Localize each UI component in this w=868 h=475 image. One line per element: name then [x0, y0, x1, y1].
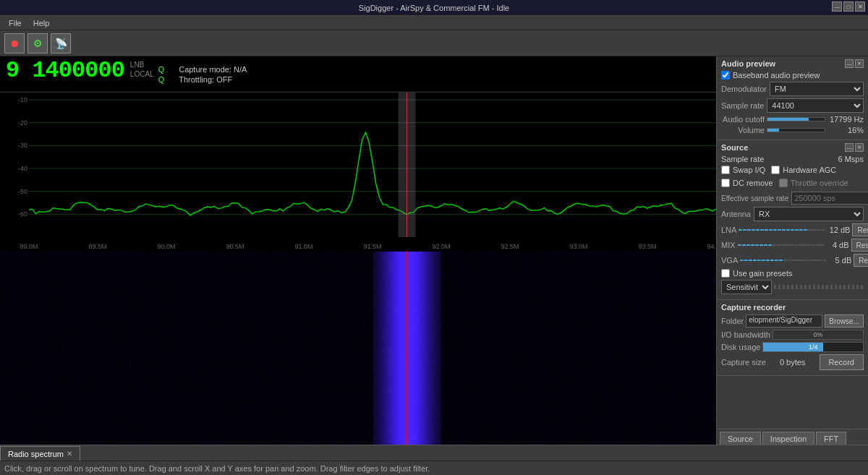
capture-recorder-section: Capture recorder Folder elopment/SigDigg… — [717, 300, 868, 376]
hardware-agc-row: Hardware AGC — [771, 166, 836, 174]
swap-iq-checkbox[interactable] — [721, 166, 730, 174]
antenna-row: Antenna RXTX — [721, 207, 864, 221]
main-content: 9 1400000 LNB LOCAL Q Q Capture mode: N/… — [0, 56, 868, 445]
source-header: Source — ✕ — [721, 143, 864, 152]
audio-preview-min[interactable]: — — [845, 59, 854, 68]
effective-sample-rate-input[interactable] — [791, 192, 868, 205]
source-section: Source — ✕ Sample rate 6 Msps Swap I/Q H… — [717, 140, 868, 300]
tab-inspection[interactable]: Inspection — [762, 432, 814, 445]
radio-spectrum-tab-close[interactable]: ✕ — [67, 450, 72, 458]
capture-recorder-header: Capture recorder — [721, 303, 864, 312]
vga-reset-button[interactable]: Reset — [854, 254, 868, 267]
capture-info: Capture mode: N/A Throttling: OFF — [179, 65, 247, 84]
demodulator-row: Demodulator FMAMUSBLSB — [721, 82, 864, 96]
lna-label: LNA — [721, 226, 736, 234]
demodulator-select[interactable]: FMAMUSBLSB — [770, 82, 864, 96]
volume-track[interactable] — [767, 128, 825, 132]
lna-dots[interactable] — [739, 229, 825, 231]
folder-row: Folder elopment/SigDigger Browse... — [721, 314, 864, 328]
radio-spectrum-tab[interactable]: Radio spectrum ✕ — [0, 446, 80, 461]
folder-path[interactable]: elopment/SigDigger — [746, 314, 822, 328]
audio-preview-close[interactable]: ✕ — [855, 59, 864, 68]
effective-sample-rate-row: Effective sample rate — [721, 192, 864, 205]
sample-rate-row: Sample rate 441004800096000 — [721, 98, 864, 113]
record-toolbar-button[interactable]: ⏺ — [4, 33, 25, 54]
vga-label: VGA — [721, 256, 738, 265]
sensitivity-select[interactable]: Sensitivity — [721, 280, 772, 294]
menu-file[interactable]: File — [3, 18, 27, 28]
disk-usage-bar: 1/4 — [762, 342, 864, 352]
disk-usage-value: 1/4 — [809, 343, 818, 351]
antenna-label: Antenna — [721, 210, 751, 218]
right-panel: Audio preview — ✕ Baseband audio preview… — [716, 56, 868, 445]
volume-row: Volume 16% — [721, 126, 864, 134]
settings-toolbar-button[interactable]: ⚙ — [27, 33, 48, 54]
spectrum-canvas[interactable] — [0, 93, 716, 252]
gain-presets-label[interactable]: Use gain presets — [733, 269, 793, 278]
baseband-label[interactable]: Baseband audio preview — [733, 71, 820, 80]
io-bandwidth-value: 0% — [813, 331, 822, 338]
lnb-label: LNB — [130, 61, 154, 69]
source-toolbar-button[interactable]: 📡 — [51, 33, 71, 54]
waterfall-container[interactable] — [0, 252, 716, 445]
dc-remove-row: DC remove — [721, 179, 773, 187]
audio-preview-section: Audio preview — ✕ Baseband audio preview… — [717, 56, 868, 140]
browse-button[interactable]: Browse... — [825, 314, 864, 328]
lna-reset-button[interactable]: Reset — [852, 223, 868, 236]
volume-label: Volume — [721, 126, 765, 134]
lna-value: 12 dB — [827, 226, 850, 234]
sample-rate-label: Sample rate — [721, 101, 764, 110]
status-bar: Click, drag or scroll on spectrum to tun… — [0, 461, 868, 475]
record-button[interactable]: Record — [820, 354, 864, 370]
mix-reset-button[interactable]: Reset — [851, 239, 868, 252]
hardware-agc-label[interactable]: Hardware AGC — [783, 166, 836, 174]
bottom-right-tabs: Source Inspection FFT — [717, 429, 868, 445]
waterfall-canvas[interactable] — [0, 252, 716, 445]
frequency-display[interactable]: 9 1400000 — [6, 59, 124, 82]
source-sample-rate-row: Sample rate 6 Msps — [721, 155, 864, 163]
source-close[interactable]: ✕ — [855, 143, 864, 152]
swap-iq-row: Swap I/Q — [721, 166, 765, 174]
dc-remove-checkbox[interactable] — [721, 179, 730, 187]
mix-label: MIX — [721, 241, 736, 249]
maximize-button[interactable]: □ — [843, 1, 854, 12]
antenna-select[interactable]: RXTX — [754, 207, 864, 221]
presets-row: Sensitivity — [721, 280, 864, 294]
capture-size-value: 0 bytes — [780, 358, 805, 367]
audio-cutoff-track[interactable] — [767, 117, 825, 121]
mix-row: MIX 4 dB Reset — [721, 239, 864, 252]
vga-dots[interactable] — [740, 260, 826, 261]
tab-fft[interactable]: FFT — [816, 432, 846, 445]
minimize-button[interactable]: — — [832, 1, 842, 12]
source-controls[interactable]: — ✕ — [845, 143, 864, 152]
audio-cutoff-label: Audio cutoff — [721, 115, 765, 124]
audio-preview-header: Audio preview — ✕ — [721, 59, 864, 68]
dc-remove-label[interactable]: DC remove — [733, 179, 773, 187]
title-bar: SigDigger - AirSpy & Commercial FM - Idl… — [0, 0, 868, 16]
io-bandwidth-label: I/O bandwidth — [721, 330, 770, 339]
disk-usage-label: Disk usage — [721, 343, 760, 351]
sample-rate-select[interactable]: 441004800096000 — [767, 98, 864, 113]
disk-usage-row: Disk usage 1/4 — [721, 342, 864, 352]
swap-iq-label[interactable]: Swap I/Q — [733, 166, 765, 174]
gain-presets-checkbox-row: Use gain presets — [721, 269, 864, 278]
effective-sample-rate-label: Effective sample rate — [721, 194, 788, 202]
close-button[interactable]: ✕ — [855, 1, 865, 12]
gain-presets-checkbox[interactable] — [721, 269, 730, 278]
source-sample-rate-value: 6 Msps — [838, 155, 864, 163]
spectrum-container[interactable] — [0, 93, 716, 252]
window-controls[interactable]: — □ ✕ — [832, 1, 865, 12]
tab-source[interactable]: Source — [720, 432, 761, 445]
throttle-override-checkbox[interactable] — [779, 179, 788, 187]
baseband-checkbox[interactable] — [721, 71, 730, 80]
audio-preview-controls[interactable]: — ✕ — [845, 59, 864, 68]
volume-value: 16% — [827, 126, 864, 134]
bottom-area: Radio spectrum ✕ Click, drag or scroll o… — [0, 445, 868, 475]
source-min[interactable]: — — [845, 143, 854, 152]
hardware-agc-checkbox[interactable] — [771, 166, 780, 174]
menu-help[interactable]: Help — [27, 18, 56, 28]
mix-dots[interactable] — [738, 244, 824, 246]
presets-dots — [774, 285, 864, 289]
local-label: LOCAL — [130, 70, 154, 78]
q-label-2: Q — [158, 75, 165, 84]
